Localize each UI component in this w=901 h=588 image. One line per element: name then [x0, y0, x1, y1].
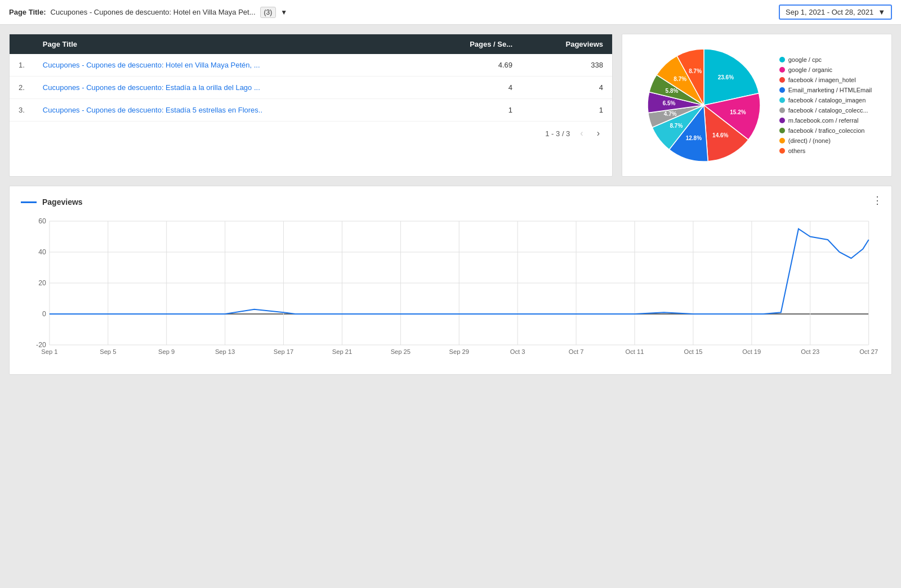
row-num: 1. — [10, 54, 34, 77]
y-axis-label: -20 — [36, 341, 46, 349]
x-axis-label: Sep 21 — [332, 348, 352, 355]
legend-label: google / organic — [788, 66, 832, 73]
legend-item: facebook / catalogo_colecc... — [779, 107, 872, 114]
table-row: 2. Cucupones - Cupones de descuento: Est… — [10, 77, 612, 99]
y-axis-label: 0 — [42, 310, 46, 318]
table-section: Page Title Pages / Se... Pageviews 1. Cu… — [9, 34, 613, 177]
pie-label: 5.8% — [665, 88, 678, 94]
legend-item: others — [779, 147, 872, 154]
legend-dot — [779, 107, 785, 113]
legend-item: m.facebook.com / referral — [779, 117, 872, 124]
dropdown-icon[interactable]: ▼ — [280, 8, 287, 16]
chart-title-label: Pageviews — [42, 198, 83, 207]
pie-label: 15.2% — [730, 109, 746, 115]
x-axis-label: Oct 7 — [569, 348, 584, 355]
pie-chart-section: 23.6%15.2%14.6%12.8%8.7%4.7%6.5%5.8%8.7%… — [622, 34, 892, 177]
legend-label: facebook / catalogo_imagen — [788, 97, 866, 104]
table-header-row: Page Title Pages / Se... Pageviews — [10, 34, 612, 54]
line-chart-wrapper: -200204060Sep 1Sep 5Sep 9Sep 13Sep 17Sep… — [21, 216, 880, 362]
row-num: 3. — [10, 99, 34, 122]
row-pages: 4.69 — [422, 54, 521, 77]
pie-label: 8.7% — [670, 123, 683, 129]
chart-title-line-decoration — [21, 201, 37, 203]
legend-item: facebook / catalogo_imagen — [779, 97, 872, 104]
row-title[interactable]: Cucupones - Cupones de descuento: Estadí… — [34, 77, 422, 99]
pie-label: 23.6% — [717, 74, 733, 80]
chart-title-container: Pageviews — [21, 198, 880, 207]
col-page-title: Page Title — [34, 34, 422, 54]
x-axis-labels — [21, 362, 880, 365]
data-table: Page Title Pages / Se... Pageviews 1. Cu… — [10, 34, 612, 122]
y-axis-label: 20 — [38, 279, 46, 287]
x-axis-label: Oct 27 — [859, 348, 878, 355]
pagination-prev[interactable]: ‹ — [577, 127, 586, 140]
row-title[interactable]: Cucupones - Cupones de descuento: Hotel … — [34, 54, 422, 77]
top-bar: Page Title: Cucupones - Cupones de descu… — [0, 0, 901, 25]
legend-dot — [779, 67, 785, 73]
x-axis-label: Oct 23 — [801, 348, 819, 355]
legend-item: facebook / imagen_hotel — [779, 77, 872, 83]
col-pages-se: Pages / Se... — [422, 34, 521, 54]
filter-label: Page Title: — [9, 8, 46, 16]
legend-dot — [779, 77, 785, 83]
legend-dot — [779, 138, 785, 143]
page-title-filter: Page Title: Cucupones - Cupones de descu… — [9, 7, 287, 18]
row-pageviews: 338 — [521, 54, 612, 77]
col-pageviews: Pageviews — [521, 34, 612, 54]
legend-dot — [779, 148, 785, 154]
x-axis-label: Sep 5 — [100, 348, 116, 355]
pie-legend: google / cpc google / organic facebook /… — [779, 56, 872, 154]
pie-label: 14.6% — [712, 132, 728, 138]
legend-label: facebook / imagen_hotel — [788, 77, 856, 83]
x-axis-label: Oct 11 — [626, 348, 644, 355]
filter-badge[interactable]: (3) — [260, 7, 276, 18]
row-num: 2. — [10, 77, 34, 99]
x-axis-label: Oct 3 — [510, 348, 525, 355]
row-pageviews: 4 — [521, 77, 612, 99]
x-axis-label: Oct 15 — [684, 348, 702, 355]
table-row: 3. Cucupones - Cupones de descuento: Est… — [10, 99, 612, 122]
legend-dot — [779, 128, 785, 133]
legend-label: facebook / catalogo_colecc... — [788, 107, 868, 114]
legend-dot — [779, 97, 785, 103]
legend-label: Email_marketing / HTMLEmail — [788, 87, 872, 93]
pie-chart-svg: 23.6%15.2%14.6%12.8%8.7%4.7%6.5%5.8%8.7%… — [642, 43, 766, 167]
line-chart-svg: -200204060Sep 1Sep 5Sep 9Sep 13Sep 17Sep… — [21, 216, 880, 362]
legend-label: google / cpc — [788, 56, 822, 63]
pie-container: 23.6%15.2%14.6%12.8%8.7%4.7%6.5%5.8%8.7%… — [642, 43, 872, 167]
legend-label: (direct) / (none) — [788, 137, 831, 144]
pie-label: 4.7% — [664, 111, 677, 117]
row-pages: 1 — [422, 99, 521, 122]
legend-item: google / organic — [779, 66, 872, 73]
y-axis-label: 40 — [38, 248, 46, 256]
filter-value: Cucupones - Cupones de descuento: Hotel … — [51, 8, 256, 16]
legend-dot — [779, 87, 785, 93]
x-axis-label: Oct 19 — [742, 348, 761, 355]
pagination: 1 - 3 / 3 ‹ › — [10, 122, 612, 145]
legend-label: others — [788, 147, 806, 154]
legend-item: facebook / trafico_coleccion — [779, 127, 872, 134]
x-axis-label: Sep 29 — [449, 348, 469, 355]
pie-label: 8.7% — [689, 68, 702, 74]
x-axis-label: Sep 9 — [158, 348, 175, 355]
row-title[interactable]: Cucupones - Cupones de descuento: Estadí… — [34, 99, 422, 122]
pie-label: 8.7% — [673, 76, 686, 82]
date-range-value: Sep 1, 2021 - Oct 28, 2021 — [786, 8, 873, 16]
row-pageviews: 1 — [521, 99, 612, 122]
x-axis-label: Sep 17 — [274, 348, 293, 355]
table-row: 1. Cucupones - Cupones de descuento: Hot… — [10, 54, 612, 77]
y-axis-label: 60 — [38, 217, 46, 225]
legend-dot — [779, 57, 785, 62]
x-axis-label: Sep 13 — [215, 348, 235, 355]
pie-label: 12.8% — [685, 135, 701, 141]
pagination-next[interactable]: › — [594, 127, 603, 140]
row-pages: 4 — [422, 77, 521, 99]
x-axis-label: Sep 1 — [41, 348, 57, 355]
three-dots-icon[interactable]: ⋮ — [872, 194, 882, 207]
date-range-selector[interactable]: Sep 1, 2021 - Oct 28, 2021 ▼ — [779, 5, 892, 20]
legend-label: m.facebook.com / referral — [788, 117, 859, 124]
legend-dot — [779, 118, 785, 123]
pagination-info: 1 - 3 / 3 — [545, 129, 570, 138]
legend-label: facebook / trafico_coleccion — [788, 127, 865, 134]
legend-item: Email_marketing / HTMLEmail — [779, 87, 872, 93]
